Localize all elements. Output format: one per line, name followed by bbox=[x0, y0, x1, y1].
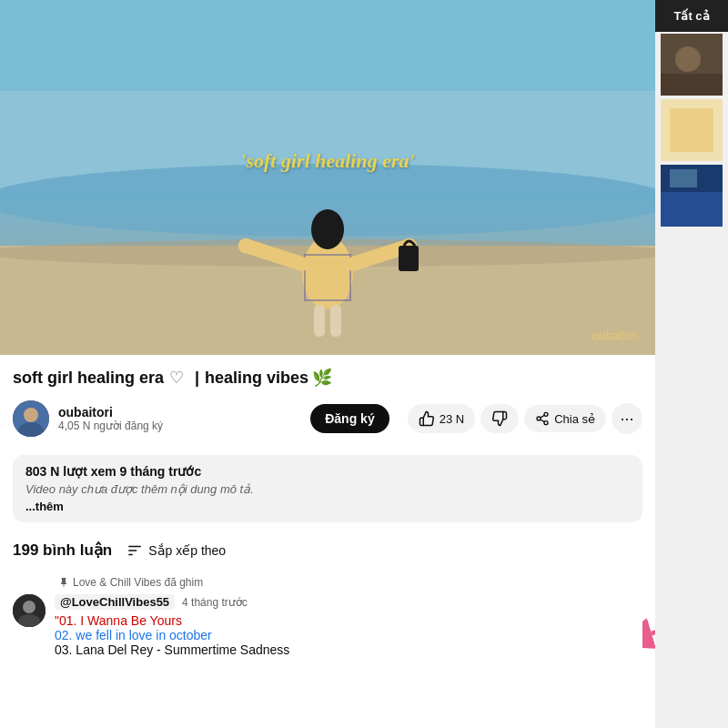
pink-arrow bbox=[642, 611, 655, 660]
svg-point-25 bbox=[24, 408, 38, 422]
more-options-button[interactable]: ··· bbox=[612, 403, 642, 434]
svg-point-29 bbox=[544, 421, 548, 425]
channel-name[interactable]: oubaitori bbox=[58, 405, 301, 420]
dislike-button[interactable] bbox=[480, 404, 519, 433]
channel-row: oubaitori 4,05 N người đăng ký Đăng ký 2… bbox=[0, 393, 655, 446]
sidebar-thumb-3[interactable] bbox=[661, 165, 723, 227]
svg-rect-6 bbox=[661, 192, 723, 227]
action-buttons: 23 N Chia sẻ ··· bbox=[408, 403, 642, 434]
title-main: soft girl healing era bbox=[13, 369, 164, 388]
comment-time: 4 tháng trước bbox=[182, 596, 248, 609]
comment-text: "01. I Wanna Be Yours 02. we fell in lov… bbox=[55, 613, 642, 657]
comment-body: @LoveChillVibes55 4 tháng trước "01. I W… bbox=[55, 594, 642, 657]
video-overlay-title: 'soft girl healing era' bbox=[240, 149, 414, 173]
main-content: 'soft girl healing era' oubaitori. soft … bbox=[0, 0, 655, 728]
video-thumbnail[interactable]: 'soft girl healing era' oubaitori. bbox=[0, 0, 655, 355]
svg-point-27 bbox=[544, 412, 548, 416]
svg-point-28 bbox=[537, 417, 541, 420]
leaf-icon: 🌿 bbox=[312, 368, 332, 388]
comment-author[interactable]: @LoveChillVibes55 bbox=[55, 594, 175, 610]
like-count: 23 N bbox=[440, 412, 464, 426]
svg-rect-21 bbox=[399, 246, 419, 271]
sidebar-thumb-2[interactable] bbox=[661, 99, 723, 161]
like-button[interactable]: 23 N bbox=[408, 404, 475, 433]
pinned-label: Love & Chill Vibes đã ghim bbox=[58, 576, 642, 589]
svg-rect-7 bbox=[670, 169, 697, 187]
svg-line-31 bbox=[541, 415, 545, 418]
channel-subscribers: 4,05 N người đăng ký bbox=[58, 420, 301, 432]
right-sidebar: Tất cả bbox=[655, 0, 728, 728]
comment-link-1[interactable]: 02. we fell in love in october bbox=[55, 628, 212, 642]
watermark: oubaitori. bbox=[592, 329, 641, 342]
description-box: 803 N lượt xem 9 tháng trước Video này c… bbox=[13, 455, 642, 522]
svg-rect-23 bbox=[330, 305, 341, 337]
title-vibes: healing vibes bbox=[205, 369, 308, 388]
subscribe-button[interactable]: Đăng ký bbox=[310, 404, 389, 433]
svg-rect-2 bbox=[661, 74, 723, 96]
svg-line-30 bbox=[541, 420, 545, 422]
comments-count: 199 bình luận bbox=[13, 541, 112, 560]
comment-author-row: @LoveChillVibes55 4 tháng trước bbox=[55, 594, 642, 610]
comment-item: Love & Chill Vibes đã ghim @LoveChillVib… bbox=[0, 567, 655, 666]
channel-info: oubaitori 4,05 N người đăng ký bbox=[58, 405, 301, 432]
svg-rect-4 bbox=[670, 108, 713, 152]
all-button[interactable]: Tất cả bbox=[655, 0, 728, 32]
svg-point-36 bbox=[23, 601, 35, 613]
title-row: soft girl healing era ♡ | healing vibes … bbox=[0, 355, 655, 393]
share-label: Chia sẻ bbox=[554, 412, 595, 426]
comments-header: 199 bình luận Sắp xếp theo bbox=[0, 531, 655, 567]
title-separator: | bbox=[195, 369, 199, 388]
share-button[interactable]: Chia sẻ bbox=[524, 405, 606, 432]
sort-label: Sắp xếp theo bbox=[148, 543, 226, 558]
channel-avatar[interactable] bbox=[13, 400, 49, 437]
svg-point-16 bbox=[311, 209, 344, 249]
svg-point-19 bbox=[238, 238, 253, 253]
comment-row: @LoveChillVibes55 4 tháng trước "01. I W… bbox=[13, 594, 642, 657]
sort-button[interactable]: Sắp xếp theo bbox=[126, 542, 226, 559]
title-heart: ♡ bbox=[169, 368, 184, 388]
comment-line-3: 03. Lana Del Rey - Summertime Sadness bbox=[55, 642, 289, 657]
sidebar-thumb-1[interactable] bbox=[661, 34, 723, 96]
description-stats: 803 N lượt xem 9 tháng trước bbox=[25, 464, 630, 479]
svg-point-1 bbox=[675, 46, 701, 72]
description-more[interactable]: ...thêm bbox=[25, 500, 630, 513]
svg-rect-22 bbox=[314, 305, 325, 337]
description-text: Video này chưa được thêm nội dung mô tả. bbox=[25, 482, 630, 496]
comment-avatar[interactable] bbox=[13, 594, 46, 627]
